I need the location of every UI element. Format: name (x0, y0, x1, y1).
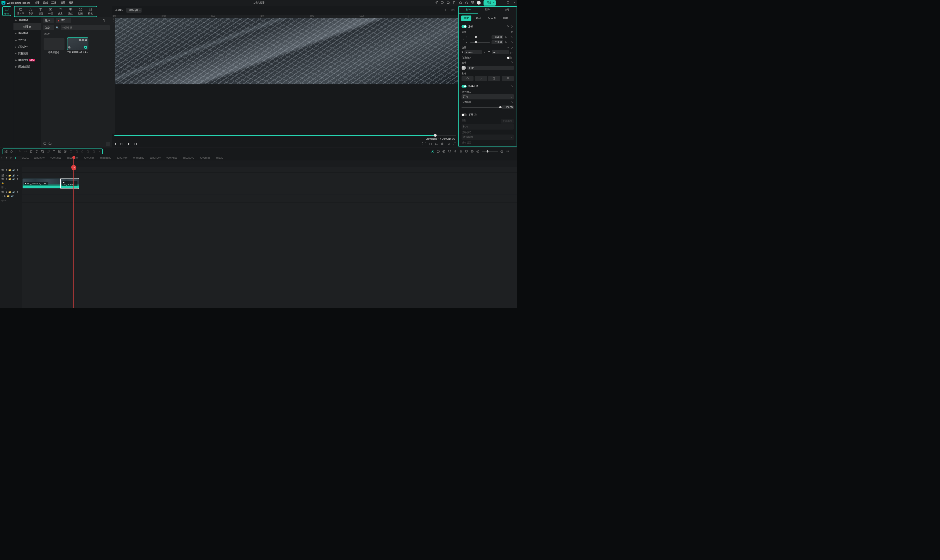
mirror-h-button[interactable]: ◫ (488, 76, 500, 81)
preview-viewport[interactable] (115, 18, 458, 85)
zoom-in-icon[interactable] (501, 150, 504, 153)
back-nav[interactable]: ‹ (106, 142, 110, 146)
tab-titles[interactable]: 標題 (35, 7, 46, 16)
volume-icon[interactable] (447, 142, 450, 146)
menu-help[interactable]: 幫助 (69, 1, 74, 5)
tool-e-icon[interactable]: ▢ (92, 150, 95, 153)
tab-stock[interactable]: 素材庫 (16, 7, 26, 16)
user-avatar-icon[interactable] (477, 1, 481, 5)
menu-edit[interactable]: 編輯 (43, 1, 48, 5)
compare-icon[interactable] (444, 9, 447, 12)
zoom-slider[interactable] (482, 151, 498, 152)
bg-toggle[interactable] (462, 113, 467, 116)
face-icon[interactable] (436, 150, 440, 153)
sidebar-item-brand[interactable]: ▸品牌套件 (13, 43, 41, 50)
tab-audio[interactable]: 音訊 (26, 7, 35, 16)
snapshot-top-icon[interactable] (451, 8, 455, 12)
tool-b-icon[interactable]: ▢ (75, 150, 78, 153)
mark-in-icon[interactable]: { (422, 142, 423, 146)
send-icon[interactable] (435, 1, 438, 5)
subtab-mask[interactable]: 遮罩 (473, 15, 484, 20)
track-head-v2[interactable]: 🎬2📁🔊👁🔒影片 2 (0, 178, 22, 189)
sidebar-item-compound[interactable]: ▸復合片段NEW (13, 57, 41, 63)
music-icon[interactable] (47, 150, 50, 153)
import-card[interactable]: + 導入媒體檔 (44, 38, 65, 54)
prev-frame-icon[interactable] (114, 142, 117, 146)
mirror-v-button[interactable]: ⊟ (502, 76, 514, 81)
tab-stickers[interactable]: 貼圖 (76, 7, 86, 16)
tool-c-icon[interactable]: ▢ (81, 150, 84, 153)
minimize-icon[interactable]: — (501, 2, 504, 5)
crop-icon[interactable] (41, 150, 45, 153)
magnet-icon[interactable]: ⊓ (10, 157, 13, 160)
grid-icon[interactable] (471, 1, 474, 5)
comp-kf-icon[interactable]: ◇ (511, 85, 514, 88)
cloud-icon[interactable] (459, 1, 462, 5)
play-reverse-icon[interactable] (120, 142, 123, 146)
apply-all-button[interactable]: 全部應用 (501, 119, 514, 124)
tool-d-icon[interactable]: ▢ (86, 150, 89, 153)
delete-icon[interactable] (30, 150, 33, 153)
ai-tool-icon[interactable]: ✦ (431, 150, 434, 153)
rot-kf-icon[interactable]: ◇ (511, 61, 514, 64)
tab-templates[interactable]: 模板 (86, 7, 96, 16)
play-icon[interactable] (127, 142, 130, 146)
asset-clip[interactable]: 00:00:16 ✓ VID_20250119_1144... (67, 38, 88, 54)
tablet-icon[interactable] (453, 1, 456, 5)
mixer-icon[interactable] (459, 150, 463, 153)
opacity-value[interactable]: 100.00 (502, 105, 514, 109)
rp-tab-color[interactable]: 顏色 (478, 7, 498, 14)
lasso-tool-icon[interactable] (10, 150, 14, 153)
sidebar-item-project[interactable]: ▸項目素材 (13, 17, 41, 23)
subtab-ai[interactable]: AI 工具 (485, 15, 499, 20)
search-icon[interactable]: 🔍 (56, 26, 59, 29)
track-head-v3[interactable]: 🎬3📁🔊👁 (0, 173, 22, 178)
track-add-icon[interactable]: ▢ (1, 157, 4, 160)
record-button[interactable]: 錄製⌄ (56, 18, 71, 23)
marker-tl-icon[interactable] (465, 150, 468, 153)
undo-icon[interactable] (18, 150, 22, 153)
select-tool-icon[interactable] (5, 150, 8, 153)
menu-tools[interactable]: 工具 (51, 1, 56, 5)
display-icon[interactable] (435, 142, 438, 146)
zoom-out-icon[interactable] (476, 150, 479, 153)
mic-icon[interactable] (453, 150, 457, 153)
flip-v-button[interactable]: ▷ (475, 76, 487, 81)
scale-x-slider[interactable] (470, 37, 490, 37)
sidebar-item-folder[interactable]: 檔案夾 (13, 23, 41, 30)
pos-x-input[interactable]: 168.02 (464, 50, 482, 54)
scale-y-value[interactable]: 119.32 (492, 40, 504, 44)
split-icon[interactable] (35, 150, 39, 153)
menu-view[interactable]: 視圖 (60, 1, 65, 5)
scale-y-kf-icon[interactable]: ◇ (511, 41, 514, 44)
pos-y-input[interactable]: -43.56 (492, 50, 509, 54)
playhead[interactable]: ✂ (74, 156, 74, 308)
transform-toggle[interactable] (462, 25, 467, 28)
view-more-icon[interactable]: ⌄ (512, 150, 515, 153)
subtab-anim[interactable]: 動畫 (501, 15, 511, 20)
timeline-ruler[interactable]: 1:00:00 00:00:05:00 00:00:10:00 00:00:15… (22, 156, 517, 160)
pos-kf-icon[interactable]: ◇ (511, 46, 514, 49)
sidebar-item-cloud[interactable]: ▸雲空間 (13, 37, 41, 43)
device-icon[interactable] (441, 1, 444, 5)
tab-effects[interactable]: 效果 (55, 7, 65, 16)
tab-transitions[interactable]: 轉場 (46, 7, 55, 16)
folder-icon[interactable] (48, 142, 52, 146)
track-head-v4[interactable]: 🎬4📁🔊👁 (0, 167, 22, 173)
subtab-basic[interactable]: 基礎 (461, 15, 472, 20)
sidebar-item-local[interactable]: ▸本地素材 (13, 30, 41, 37)
track-head-v1[interactable]: 🎬1📁🔊👁 (0, 189, 22, 194)
redo-icon[interactable] (24, 150, 27, 153)
flip-h-button[interactable]: ⟲ (462, 76, 474, 81)
headphones-icon[interactable] (465, 1, 468, 5)
link-icon[interactable] (462, 34, 465, 45)
rotation-value[interactable]: 0.00° (467, 66, 514, 70)
preset-dropdown[interactable]: 預設 (43, 25, 54, 30)
link-toggle-icon[interactable]: ⧉ (6, 157, 8, 160)
scale-x-value[interactable]: 119.32 (492, 35, 504, 39)
info-icon[interactable]: ⓘ (474, 113, 477, 116)
rec-tl-icon[interactable] (442, 150, 445, 153)
sidebar-item-imgvid[interactable]: ▸圖像轉影片 (13, 63, 41, 70)
enhance-icon[interactable] (63, 150, 67, 153)
path-toggle[interactable] (507, 56, 512, 59)
